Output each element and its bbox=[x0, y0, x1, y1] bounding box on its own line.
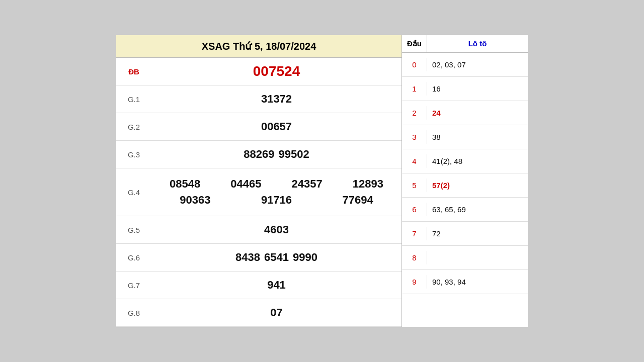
prize-number-db: 007524 bbox=[253, 63, 300, 79]
g4-row1: 08548 04465 24357 12893 bbox=[156, 177, 396, 191]
g4-num-1: 08548 bbox=[170, 177, 200, 191]
loto-values-5: 57(2) bbox=[427, 178, 528, 192]
prize-label-db: ĐB bbox=[116, 65, 151, 78]
prize-label-g7: G.7 bbox=[116, 279, 151, 292]
prize-row-g7: G.7 941 bbox=[116, 272, 401, 299]
prize-number-g6-2: 6541 bbox=[264, 251, 289, 264]
prize-row-g6: G.6 8438 6541 9990 bbox=[116, 244, 401, 272]
prize-values-g2: 00657 bbox=[151, 116, 401, 137]
loto-values-0: 02, 03, 07 bbox=[427, 58, 528, 71]
loto-row-2: 2 24 bbox=[402, 101, 528, 125]
prize-number-g8: 07 bbox=[270, 306, 282, 319]
prize-number-g2: 00657 bbox=[261, 120, 292, 133]
loto-dau-4: 4 bbox=[402, 154, 427, 168]
prize-values-g5: 4603 bbox=[151, 219, 401, 240]
loto-values-1: 16 bbox=[427, 82, 528, 96]
prize-row-g8: G.8 07 bbox=[116, 299, 401, 327]
loto-values-2: 24 bbox=[427, 106, 528, 120]
prize-row-g3: G.3 88269 99502 bbox=[116, 141, 401, 168]
loto-dau-3: 3 bbox=[402, 130, 427, 144]
loto-row-1: 1 16 bbox=[402, 77, 528, 101]
loto-header: Đầu Lô tô bbox=[402, 35, 528, 53]
prize-label-g6: G.6 bbox=[116, 251, 151, 264]
g4-num-5: 90363 bbox=[180, 194, 210, 207]
prize-label-g5: G.5 bbox=[116, 223, 151, 237]
prize-values-g8: 07 bbox=[151, 302, 401, 323]
prize-row-g4: G.4 08548 04465 24357 12893 90363 91716 … bbox=[116, 168, 401, 216]
loto-values-4: 41(2), 48 bbox=[427, 154, 528, 168]
loto-highlight-5: 57(2) bbox=[432, 181, 450, 190]
prize-values-g7: 941 bbox=[151, 275, 401, 296]
prize-number-g1: 31372 bbox=[261, 93, 292, 106]
prize-label-g3: G.3 bbox=[116, 148, 151, 161]
g4-num-3: 24357 bbox=[292, 177, 323, 191]
prize-number-g3-2: 99502 bbox=[279, 148, 309, 161]
g4-num-7: 77694 bbox=[343, 194, 373, 207]
loto-row-0: 0 02, 03, 07 bbox=[402, 53, 528, 77]
loto-dau-7: 7 bbox=[402, 227, 427, 240]
prize-row-g2: G.2 00657 bbox=[116, 113, 401, 141]
prize-number-g7: 941 bbox=[267, 279, 286, 292]
g4-inner: G.4 08548 04465 24357 12893 90363 91716 … bbox=[116, 168, 401, 216]
loto-values-9: 90, 93, 94 bbox=[427, 275, 528, 289]
g4-num-4: 12893 bbox=[353, 177, 383, 191]
prize-label-g1: G.1 bbox=[116, 93, 151, 106]
g4-num-6: 91716 bbox=[261, 194, 292, 207]
loto-row-9: 9 90, 93, 94 bbox=[402, 270, 528, 294]
prize-number-g5: 4603 bbox=[264, 223, 289, 236]
loto-dau-2: 2 bbox=[402, 106, 427, 120]
prize-label-g4: G.4 bbox=[116, 168, 151, 216]
g4-num-2: 04465 bbox=[230, 177, 261, 191]
prize-number-g6-1: 8438 bbox=[235, 251, 260, 264]
loto-row-8: 8 bbox=[402, 246, 528, 270]
loto-values-7: 72 bbox=[427, 227, 528, 240]
loto-row-3: 3 38 bbox=[402, 125, 528, 149]
prize-number-g3-1: 88269 bbox=[244, 148, 274, 161]
loto-dau-1: 1 bbox=[402, 82, 427, 96]
prize-values-g4: 08548 04465 24357 12893 90363 91716 7769… bbox=[151, 168, 401, 216]
table-header: XSAG Thứ 5, 18/07/2024 bbox=[116, 35, 401, 58]
prize-number-g6-3: 9990 bbox=[293, 251, 317, 264]
loto-highlight-2: 24 bbox=[432, 109, 441, 117]
prize-values-g3: 88269 99502 bbox=[151, 144, 401, 165]
results-table: XSAG Thứ 5, 18/07/2024 ĐB 007524 G.1 313… bbox=[116, 35, 402, 327]
loto-values-8 bbox=[427, 255, 528, 260]
loto-values-6: 63, 65, 69 bbox=[427, 203, 528, 216]
loto-header-loto: Lô tô bbox=[427, 35, 528, 52]
prize-label-g8: G.8 bbox=[116, 306, 151, 320]
loto-row-6: 6 63, 65, 69 bbox=[402, 198, 528, 222]
loto-dau-5: 5 bbox=[402, 178, 427, 192]
g4-row2: 90363 91716 77694 bbox=[156, 194, 396, 207]
main-container: XSAG Thứ 5, 18/07/2024 ĐB 007524 G.1 313… bbox=[116, 35, 528, 327]
loto-values-3: 38 bbox=[427, 130, 528, 144]
loto-dau-6: 6 bbox=[402, 203, 427, 216]
loto-dau-8: 8 bbox=[402, 251, 427, 264]
loto-table: Đầu Lô tô 0 02, 03, 07 1 16 2 24 3 38 4 … bbox=[402, 35, 528, 327]
loto-row-4: 4 41(2), 48 bbox=[402, 149, 528, 173]
prize-label-g2: G.2 bbox=[116, 120, 151, 134]
loto-header-dau: Đầu bbox=[402, 35, 427, 52]
prize-values-db: 007524 bbox=[151, 59, 401, 83]
prize-row-g1: G.1 31372 bbox=[116, 85, 401, 113]
table-title: XSAG Thứ 5, 18/07/2024 bbox=[202, 41, 316, 52]
loto-dau-9: 9 bbox=[402, 275, 427, 289]
prize-row-g5: G.5 4603 bbox=[116, 216, 401, 244]
loto-row-7: 7 72 bbox=[402, 222, 528, 246]
prize-values-g6: 8438 6541 9990 bbox=[151, 247, 401, 268]
prize-values-g1: 31372 bbox=[151, 88, 401, 110]
loto-dau-0: 0 bbox=[402, 58, 427, 71]
prize-row-db: ĐB 007524 bbox=[116, 58, 401, 85]
loto-row-5: 5 57(2) bbox=[402, 173, 528, 198]
